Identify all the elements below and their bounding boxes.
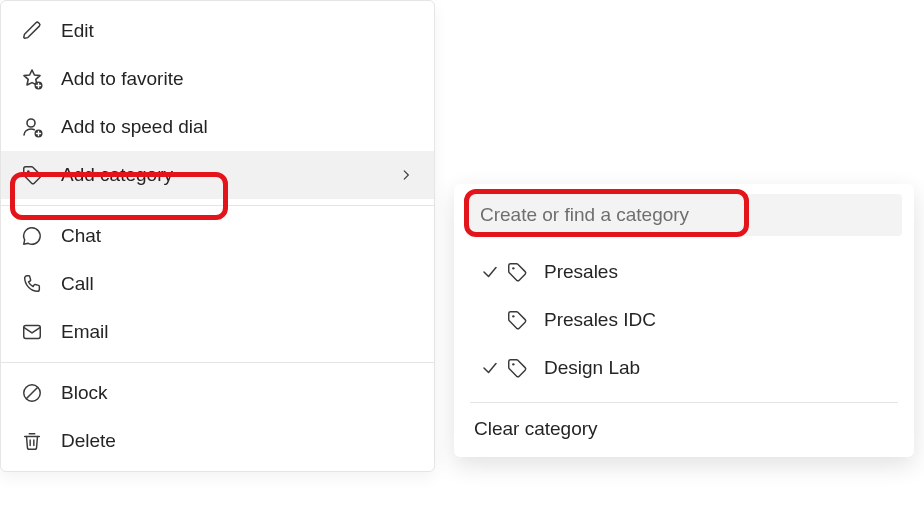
svg-point-1 bbox=[27, 119, 35, 127]
tag-icon bbox=[504, 307, 530, 333]
person-add-icon bbox=[19, 114, 45, 140]
menu-item-email[interactable]: Email bbox=[1, 308, 434, 356]
menu-item-add-category[interactable]: Add category bbox=[1, 151, 434, 199]
edit-icon bbox=[19, 18, 45, 44]
clear-category-button[interactable]: Clear category bbox=[454, 403, 914, 455]
checkmark-placeholder bbox=[476, 308, 504, 332]
menu-item-delete[interactable]: Delete bbox=[1, 417, 434, 465]
menu-item-chat[interactable]: Chat bbox=[1, 212, 434, 260]
menu-item-label: Add to speed dial bbox=[61, 116, 416, 138]
category-search-input[interactable] bbox=[466, 194, 902, 236]
tag-icon bbox=[504, 259, 530, 285]
menu-item-label: Delete bbox=[61, 430, 416, 452]
checkmark-icon bbox=[476, 260, 504, 284]
menu-item-label: Add category bbox=[61, 164, 396, 186]
clear-category-label: Clear category bbox=[474, 418, 598, 440]
tag-icon bbox=[504, 355, 530, 381]
tag-icon bbox=[19, 162, 45, 188]
menu-item-label: Edit bbox=[61, 20, 416, 42]
category-list: Presales Presales IDC Design Lab bbox=[454, 242, 914, 398]
menu-item-label: Block bbox=[61, 382, 416, 404]
category-flyout: Presales Presales IDC Design Lab Clear c… bbox=[454, 184, 914, 457]
category-search-wrap bbox=[454, 190, 914, 242]
menu-item-add-favorite[interactable]: Add to favorite bbox=[1, 55, 434, 103]
chat-icon bbox=[19, 223, 45, 249]
menu-item-label: Email bbox=[61, 321, 416, 343]
category-item-presales-idc[interactable]: Presales IDC bbox=[458, 296, 910, 344]
svg-point-11 bbox=[512, 363, 514, 365]
menu-item-label: Call bbox=[61, 273, 416, 295]
delete-icon bbox=[19, 428, 45, 454]
menu-item-label: Add to favorite bbox=[61, 68, 416, 90]
mail-icon bbox=[19, 319, 45, 345]
checkmark-icon bbox=[476, 356, 504, 380]
chevron-right-icon bbox=[396, 165, 416, 185]
call-icon bbox=[19, 271, 45, 297]
block-icon bbox=[19, 380, 45, 406]
context-menu: Edit Add to favorite Add to speed dial A… bbox=[0, 0, 435, 472]
menu-item-add-speed-dial[interactable]: Add to speed dial bbox=[1, 103, 434, 151]
menu-divider bbox=[1, 205, 434, 206]
category-label: Presales IDC bbox=[544, 309, 656, 331]
menu-item-edit[interactable]: Edit bbox=[1, 7, 434, 55]
category-item-design-lab[interactable]: Design Lab bbox=[458, 344, 910, 392]
svg-point-3 bbox=[27, 170, 29, 172]
menu-item-label: Chat bbox=[61, 225, 416, 247]
svg-point-9 bbox=[512, 267, 514, 269]
category-label: Design Lab bbox=[544, 357, 640, 379]
category-item-presales[interactable]: Presales bbox=[458, 248, 910, 296]
star-add-icon bbox=[19, 66, 45, 92]
svg-point-10 bbox=[512, 315, 514, 317]
svg-rect-4 bbox=[24, 326, 41, 339]
menu-item-block[interactable]: Block bbox=[1, 369, 434, 417]
category-label: Presales bbox=[544, 261, 618, 283]
svg-line-6 bbox=[27, 388, 38, 399]
menu-divider bbox=[1, 362, 434, 363]
menu-item-call[interactable]: Call bbox=[1, 260, 434, 308]
